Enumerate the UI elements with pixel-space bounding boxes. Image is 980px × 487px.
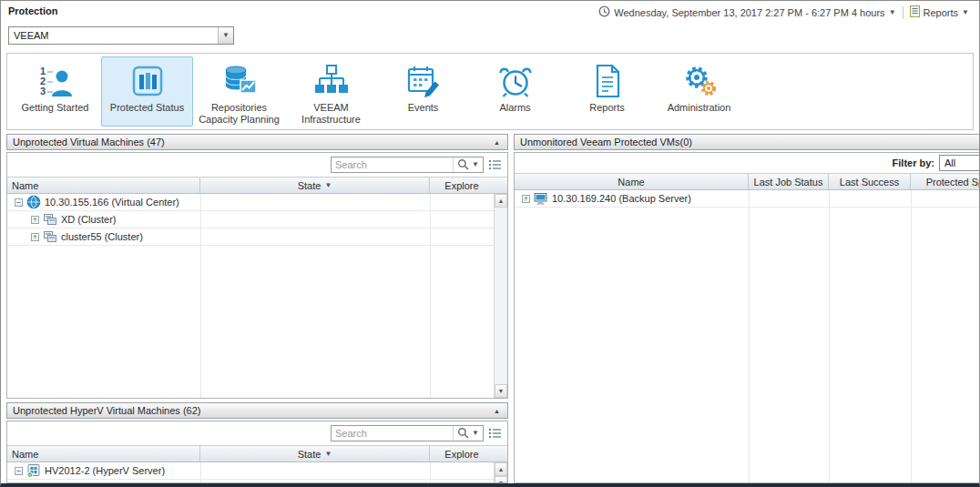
protection-dashboard: Protection Wednesday, September 13, 2017… <box>0 0 980 487</box>
column-header-name[interactable]: Name <box>7 446 200 462</box>
expand-node-icon[interactable]: + <box>522 195 530 203</box>
table-row[interactable]: − 10.30.155.166 (Virtual Center) <box>7 194 494 211</box>
row-name: 10.30.169.240 (Backup Server) <box>552 193 691 204</box>
veeam-infrastructure-icon <box>311 61 352 101</box>
filter-select[interactable]: All ▼ <box>939 155 979 171</box>
table-header: Name State▼ Explore <box>7 446 507 462</box>
vertical-scrollbar[interactable]: ▲ ▼ <box>494 194 507 398</box>
panel-title: Unmonitored Veeam Protected VMs(0) <box>520 137 979 147</box>
column-header-last-success[interactable]: Last Success <box>829 174 911 189</box>
tab-label: Administration <box>668 102 731 114</box>
column-header-last-job-status[interactable]: Last Job Status <box>749 174 829 189</box>
row-name: 10.30.155.166 (Virtual Center) <box>45 197 179 208</box>
column-header-name[interactable]: Name <box>7 178 200 193</box>
collapse-panel-icon[interactable]: ▲ <box>492 407 502 415</box>
table-row[interactable]: − HV2012-2 (HyperV Server) <box>7 462 494 480</box>
tab-alarms[interactable]: Alarms <box>469 56 561 127</box>
table-row[interactable]: + cluster55 (Cluster) <box>7 228 494 246</box>
row-last-success-cell <box>829 190 911 207</box>
table-body: + 10.30.169.240 (Backup Server) <box>515 190 979 482</box>
tab-label: Protected Status <box>110 102 184 114</box>
ribbon-tabbar: 1 2 3 Getting Started Protected <box>6 53 974 130</box>
scroll-down-icon[interactable]: ▼ <box>495 476 507 482</box>
table-rows: − 10.30.155.166 (Virtual Center) <box>7 194 494 398</box>
collapse-panel-icon[interactable]: ▲ <box>492 138 502 147</box>
row-protected-space-cell <box>911 190 979 207</box>
column-header-explore[interactable]: Explore <box>430 178 494 193</box>
reports-menu-button[interactable]: Reports ▼ <box>903 4 975 21</box>
row-state-cell <box>200 462 430 479</box>
time-range-icon <box>598 5 610 19</box>
row-state-cell <box>200 211 430 228</box>
column-header-state[interactable]: State▼ <box>200 178 430 193</box>
column-header-explore[interactable]: Explore <box>430 446 494 462</box>
row-state-cell <box>200 194 430 210</box>
row-state-cell <box>200 228 430 245</box>
column-header-name[interactable]: Name <box>515 174 749 189</box>
table-row[interactable]: + 10.30.169.240 (Backup Server) <box>515 190 979 208</box>
search-input[interactable] <box>332 159 453 170</box>
table-rows: + 10.30.169.240 (Backup Server) <box>515 190 979 482</box>
search-button[interactable]: ▼ <box>453 426 483 441</box>
chevron-down-icon: ▼ <box>472 161 479 168</box>
panel-title: Unprotected Virtual Machines (47) <box>13 137 492 147</box>
expand-node-icon[interactable]: + <box>31 233 39 241</box>
administration-icon <box>679 61 720 101</box>
expand-node-icon[interactable]: + <box>31 216 39 224</box>
row-explore-cell <box>430 211 494 228</box>
column-header-state[interactable]: State▼ <box>200 446 430 462</box>
tab-veeam-infrastructure[interactable]: VEEAM Infrastructure <box>285 56 377 127</box>
table-body: − 10.30.155.166 (Virtual Center) <box>7 194 507 398</box>
column-header-protected-space[interactable]: Protected Spa <box>911 174 979 189</box>
list-options-icon[interactable] <box>489 428 504 439</box>
table-header: Name State▼ Explore <box>7 178 507 194</box>
reports-icon <box>910 5 920 19</box>
scroll-up-icon[interactable]: ▲ <box>495 462 507 476</box>
unprotected-hyperv-table: Name State▼ Explore − <box>7 445 507 482</box>
tab-label: Events <box>408 102 439 114</box>
chevron-down-icon: ▼ <box>472 430 479 437</box>
search-box: ▼ <box>331 157 484 173</box>
panel-header: Unprotected Virtual Machines (47) ▲ <box>6 134 508 150</box>
chevron-down-icon: ▼ <box>889 9 896 16</box>
collapse-node-icon[interactable]: − <box>15 467 23 475</box>
page-title: Protection <box>8 5 57 16</box>
scroll-up-icon[interactable]: ▲ <box>495 194 507 208</box>
events-icon <box>403 61 444 101</box>
virtual-center-icon <box>26 195 41 209</box>
tab-repositories-capacity-planning[interactable]: Repositories Capacity Planning <box>193 56 285 127</box>
panel-header: Unmonitored Veeam Protected VMs(0) ▲ <box>514 134 979 150</box>
tab-label: Getting Started <box>22 102 89 114</box>
time-range-selector[interactable]: Wednesday, September 13, 2017 2:27 PM - … <box>592 4 902 21</box>
tab-administration[interactable]: Administration <box>653 56 745 127</box>
table-toolbar: ▼ <box>7 153 507 177</box>
dashboard-scope-select[interactable]: VEEAM ▼ <box>8 26 234 45</box>
scroll-down-icon[interactable]: ▼ <box>495 384 507 398</box>
unprotected-vms-panel: Unprotected Virtual Machines (47) ▲ ▼ <box>6 134 508 399</box>
search-icon <box>457 427 469 441</box>
unmonitored-vms-table: Name Last Job Status Last Success Protec… <box>515 173 979 482</box>
backup-server-icon <box>534 191 548 206</box>
search-button[interactable]: ▼ <box>453 157 483 172</box>
table-toolbar: ▼ <box>7 421 507 445</box>
list-options-icon[interactable] <box>489 159 504 170</box>
tab-getting-started[interactable]: 1 2 3 Getting Started <box>9 56 101 127</box>
tab-protected-status[interactable]: Protected Status <box>101 56 193 127</box>
search-icon <box>457 158 469 172</box>
chevron-down-icon: ▼ <box>222 32 230 39</box>
chevron-down-icon: ▼ <box>962 9 969 16</box>
tab-events[interactable]: Events <box>377 56 469 127</box>
reports-menu-label: Reports <box>924 7 959 18</box>
vertical-scrollbar[interactable]: ▲ ▼ <box>494 462 507 482</box>
table-rows: − HV2012-2 (HyperV Server) <box>7 462 494 482</box>
search-input[interactable] <box>332 428 453 439</box>
collapse-node-icon[interactable]: − <box>15 198 23 207</box>
row-explore-cell <box>430 462 494 479</box>
table-row[interactable]: + XD (Cluster) <box>7 211 494 228</box>
row-last-job-status-cell <box>749 190 829 207</box>
tab-reports[interactable]: Reports <box>561 56 653 127</box>
svg-text:3: 3 <box>40 86 46 96</box>
unmonitored-veeam-vms-panel: Unmonitored Veeam Protected VMs(0) ▲ Fil… <box>514 134 979 483</box>
sort-caret-icon: ▼ <box>324 182 332 189</box>
combo-arrow-button[interactable]: ▼ <box>218 27 233 44</box>
